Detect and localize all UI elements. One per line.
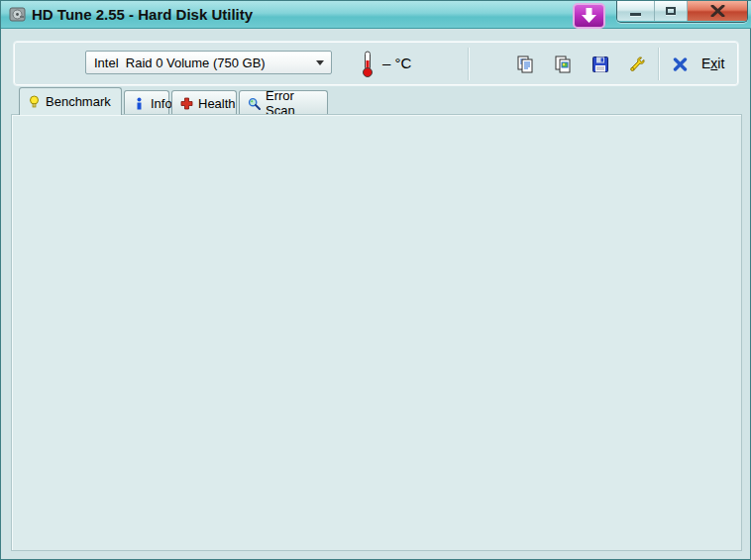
minimize-icon [630, 13, 641, 16]
down-arrow-icon [575, 5, 603, 27]
options-button[interactable] [625, 53, 649, 76]
thermometer-icon [361, 50, 375, 78]
tab-health[interactable]: Health [171, 90, 237, 115]
tab-benchmark-label: Benchmark [46, 94, 111, 109]
title-bar: HD Tune 2.55 - Hard Disk Utility [1, 1, 751, 29]
maximize-button[interactable] [655, 1, 688, 21]
exit-button[interactable] [670, 55, 690, 74]
tab-error-scan[interactable]: Error Scan [239, 90, 328, 115]
tab-benchmark[interactable]: Benchmark [19, 87, 122, 115]
toolbar-separator [658, 48, 659, 80]
info-icon [133, 97, 146, 110]
save-icon [590, 55, 610, 74]
health-cross-icon [180, 97, 193, 110]
tab-info[interactable]: Info [124, 90, 169, 115]
lightbulb-icon [28, 95, 41, 108]
magnifier-icon [248, 97, 261, 110]
close-button[interactable] [688, 1, 747, 21]
tools-icon [627, 55, 647, 74]
copy-image-icon [553, 55, 573, 74]
chevron-down-icon [316, 60, 324, 65]
benchmark-panel [11, 114, 742, 551]
minimize-button[interactable] [617, 1, 655, 21]
window-title: HD Tune 2.55 - Hard Disk Utility [32, 1, 253, 28]
copy-text-button[interactable] [513, 53, 537, 76]
copy-screenshot-button[interactable] [551, 53, 575, 76]
download-arrow-button[interactable] [573, 3, 605, 29]
toolbar-separator [468, 48, 469, 80]
app-window: HD Tune 2.55 - Hard Disk Utility Intel R… [0, 0, 751, 560]
app-icon [9, 6, 26, 23]
exit-label[interactable]: Exit [701, 56, 724, 71]
toolbar: Intel Raid 0 Volume (750 GB) – °C [13, 41, 739, 86]
temperature-readout: – °C [382, 55, 411, 71]
copy-icon [515, 55, 535, 74]
tab-info-label: Info [151, 96, 172, 111]
maximize-icon [666, 7, 676, 15]
window-controls [616, 1, 748, 23]
drive-select-dropdown[interactable]: Intel Raid 0 Volume (750 GB) [85, 51, 332, 74]
save-button[interactable] [589, 53, 612, 76]
close-icon [710, 5, 725, 17]
tab-health-label: Health [198, 96, 236, 111]
exit-x-icon [673, 57, 688, 71]
drive-select-value: Intel Raid 0 Volume (750 GB) [94, 56, 266, 70]
